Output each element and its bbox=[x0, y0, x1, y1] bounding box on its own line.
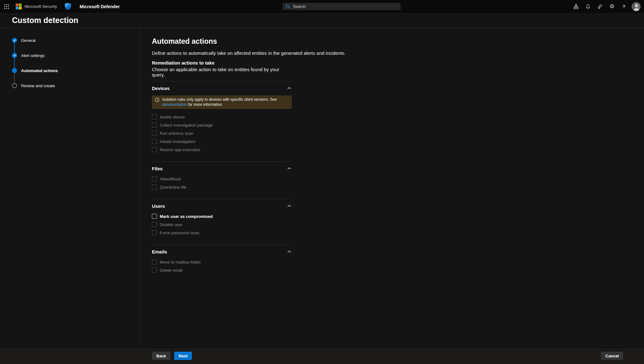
checkbox bbox=[152, 185, 157, 190]
checkbox-label: Quarantine file bbox=[160, 185, 186, 190]
checkbox bbox=[152, 122, 157, 128]
checkmark-icon bbox=[13, 39, 16, 42]
documentation-link[interactable]: documentation bbox=[162, 102, 187, 107]
option-allow-block: Allow/Block bbox=[152, 176, 292, 181]
section-title: Emails bbox=[152, 249, 167, 254]
options-list: Allow/Block Quarantine file bbox=[152, 176, 292, 190]
wizard-step-automated-actions[interactable]: Automated actions bbox=[12, 68, 140, 73]
next-button[interactable]: Next bbox=[174, 352, 192, 360]
avatar-silhouette-icon bbox=[632, 2, 641, 11]
page-title: Custom detection bbox=[12, 16, 78, 25]
section-title: Users bbox=[152, 203, 165, 209]
section-header-toggle[interactable]: Files bbox=[152, 165, 292, 172]
checkbox-label: Force password reset bbox=[160, 230, 199, 235]
remediation-title: Remediation actions to take bbox=[152, 60, 292, 65]
wizard-footer: Back Next Cancel bbox=[0, 347, 644, 364]
option-force-password-reset: Force password reset bbox=[152, 230, 292, 235]
checkbox-label: Mark user as compromised bbox=[160, 214, 213, 219]
checkbox bbox=[152, 259, 157, 264]
options-list: Isolate device Collect investigation pac… bbox=[152, 114, 292, 152]
app-launcher-icon[interactable] bbox=[0, 0, 13, 13]
action-sections: Devices Isolation rules only apply to de… bbox=[152, 81, 292, 282]
back-button[interactable]: Back bbox=[152, 352, 170, 360]
step-status-icon bbox=[12, 38, 17, 43]
search-placeholder: Search bbox=[293, 4, 306, 9]
checkbox-label: Delete email bbox=[160, 268, 182, 273]
checkbox-label: Allow/Block bbox=[160, 177, 180, 181]
banner-text: Isolation rules only apply to devices wi… bbox=[162, 97, 287, 107]
checkbox-label: Move to mailbox folder bbox=[160, 260, 201, 264]
remediation-description: Choose an applicable action to take on e… bbox=[152, 67, 292, 77]
checkbox-label: Initiate investigation bbox=[160, 139, 196, 144]
product-name: Microsoft Security bbox=[25, 4, 57, 9]
step-status-icon bbox=[12, 83, 17, 88]
wizard-sidebar: General Alert settings Automated actions… bbox=[0, 28, 140, 347]
option-run-antivirus-scan: Run antivirus scan bbox=[152, 131, 292, 136]
option-delete-email: Delete email bbox=[152, 268, 292, 273]
checkbox-label: Restrict app execution bbox=[160, 147, 200, 152]
option-mark-user-as-compromised: Mark user as compromised bbox=[152, 214, 292, 219]
option-move-to-mailbox-folder: Move to mailbox folder bbox=[152, 259, 292, 264]
org-view-icon[interactable] bbox=[570, 0, 582, 13]
microsoft-logo-icon[interactable] bbox=[16, 3, 22, 9]
checkbox bbox=[152, 147, 157, 152]
chevron-up-icon[interactable] bbox=[287, 204, 292, 208]
checkbox bbox=[152, 176, 157, 181]
footer-nav-buttons: Back Next bbox=[152, 352, 192, 360]
checkmark-icon bbox=[13, 54, 16, 57]
info-banner: Isolation rules only apply to devices wi… bbox=[152, 95, 292, 109]
step-status-icon bbox=[12, 68, 17, 73]
action-section-devices: Devices Isolation rules only apply to de… bbox=[152, 81, 292, 162]
search-input[interactable]: Search bbox=[283, 3, 401, 10]
step-connector bbox=[14, 58, 15, 68]
automated-actions-content: Automated actions Define actions to auto… bbox=[152, 37, 292, 282]
step-connector bbox=[14, 43, 15, 53]
chevron-up-icon[interactable] bbox=[287, 167, 292, 170]
action-section-files: Files Allow/Block Quarantine file bbox=[152, 162, 292, 199]
section-header-toggle[interactable]: Devices bbox=[152, 85, 292, 91]
wizard-stepper: General Alert settings Automated actions… bbox=[12, 38, 140, 88]
waffle-dots bbox=[4, 4, 9, 9]
step-connector bbox=[14, 73, 15, 83]
section-header-toggle[interactable]: Emails bbox=[152, 248, 292, 255]
chevron-up-icon[interactable] bbox=[287, 250, 292, 253]
options-list: Move to mailbox folder Delete email bbox=[152, 259, 292, 273]
checkbox[interactable] bbox=[152, 214, 157, 219]
option-isolate-device: Isolate device bbox=[152, 114, 292, 119]
chevron-up-icon[interactable] bbox=[287, 86, 292, 90]
option-collect-investigation-package: Collect investigation package bbox=[152, 122, 292, 128]
checkbox bbox=[152, 230, 157, 235]
section-title: Files bbox=[152, 166, 163, 171]
option-initiate-investigation: Initiate investigation bbox=[152, 139, 292, 144]
checkbox bbox=[152, 139, 157, 144]
topbar-actions: ⚙ ? bbox=[570, 0, 644, 13]
section-heading: Automated actions bbox=[152, 37, 292, 46]
top-app-bar: Microsoft Security Microsoft Defender Se… bbox=[0, 0, 644, 13]
wizard-step-review-and-create[interactable]: Review and create bbox=[12, 83, 140, 88]
wizard-step-alert-settings[interactable]: Alert settings bbox=[12, 53, 140, 58]
settings-gear-icon[interactable]: ⚙ bbox=[606, 0, 618, 13]
notifications-bell-icon[interactable] bbox=[582, 0, 594, 13]
help-icon[interactable]: ? bbox=[618, 0, 630, 13]
checkbox-label: Collect investigation package bbox=[160, 123, 213, 128]
defender-shield-icon bbox=[65, 3, 71, 10]
action-section-users: Users Mark user as compromised Disable u… bbox=[152, 199, 292, 245]
section-title: Devices bbox=[152, 86, 170, 91]
step-label: Review and create bbox=[21, 83, 55, 88]
step-status-icon bbox=[12, 53, 17, 58]
user-avatar[interactable] bbox=[632, 2, 641, 11]
info-icon bbox=[155, 98, 159, 102]
app-name: Microsoft Defender bbox=[80, 4, 120, 9]
main-panel: Automated actions Define actions to auto… bbox=[140, 28, 644, 347]
option-disable-user: Disable user bbox=[152, 222, 292, 227]
checkbox-label: Isolate device bbox=[160, 115, 185, 119]
cancel-button[interactable]: Cancel bbox=[601, 352, 623, 360]
wizard-step-general[interactable]: General bbox=[12, 38, 140, 43]
feedback-icon[interactable] bbox=[594, 0, 606, 13]
option-restrict-app-execution: Restrict app execution bbox=[152, 147, 292, 152]
page-header: Custom detection bbox=[0, 13, 644, 28]
checkbox-label: Run antivirus scan bbox=[160, 131, 193, 136]
checkbox-label: Disable user bbox=[160, 222, 182, 227]
step-label: Alert settings bbox=[21, 53, 45, 58]
section-header-toggle[interactable]: Users bbox=[152, 203, 292, 209]
